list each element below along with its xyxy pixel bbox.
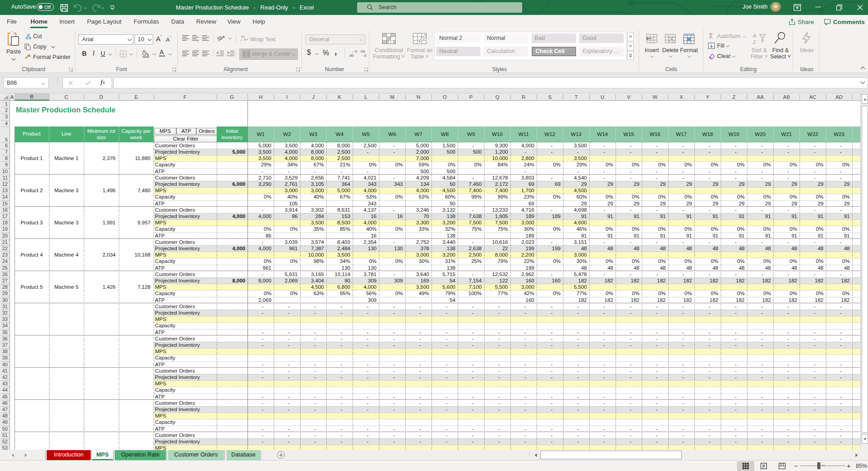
svg-text:←0: ←0 [351,49,357,53]
svg-text:c: c [241,38,242,42]
svg-text:ab: ab [217,35,223,40]
svg-text:.00: .00 [349,53,354,57]
svg-text:.00: .00 [360,49,365,53]
svg-text:A: A [753,33,756,39]
svg-text:Z: Z [753,39,756,45]
